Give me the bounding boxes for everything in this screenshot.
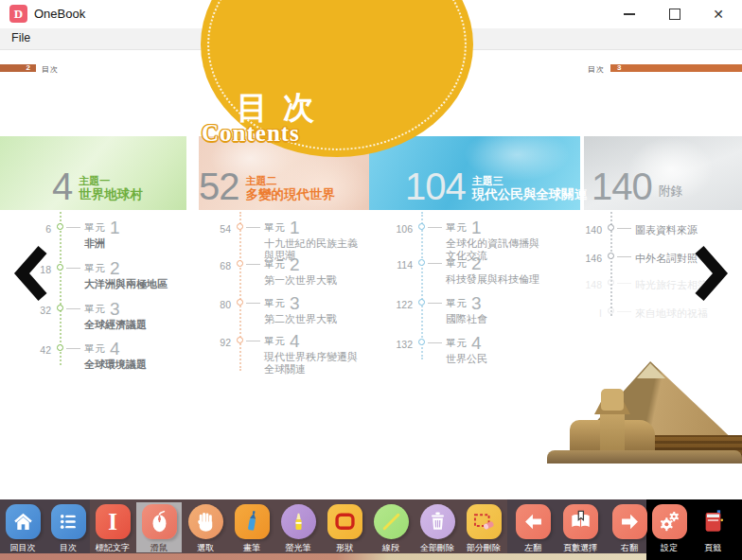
highlighter-icon (281, 504, 316, 539)
bookmark-book-icon (696, 504, 731, 539)
toolbar-button-select[interactable]: 選取 (183, 504, 228, 554)
bullet-icon (237, 337, 243, 343)
toolbar-button-highlighter[interactable]: 螢光筆 (275, 504, 321, 554)
bullet-icon (608, 307, 614, 314)
minimize-icon (624, 13, 635, 15)
toolbar-button-toc[interactable]: 目次 (45, 504, 91, 554)
menu-file[interactable]: File (8, 31, 34, 44)
page-number-bar-right: 3 (610, 64, 742, 72)
minimize-button[interactable] (613, 0, 645, 28)
toolbar-button-bookmarks[interactable]: 頁籤 (690, 504, 735, 554)
toc-item[interactable]: 146 中外名詞對照 (574, 250, 698, 266)
toc-item[interactable]: 18 單元2 大洋洲與兩極地區 (26, 261, 186, 290)
bullet-icon (57, 264, 63, 271)
window-title: OneBook (34, 7, 85, 21)
toolbar: 回目次 目次 I 標記文字 滑鼠 選取 (0, 499, 742, 560)
toolbar-button-pen[interactable]: 畫筆 (229, 504, 274, 554)
mouse-icon (142, 504, 177, 539)
app-logo-icon: D (9, 5, 27, 23)
toc-item[interactable]: 140 圖表資料來源 (574, 221, 698, 237)
pen-icon (235, 504, 270, 539)
bullet-icon (237, 223, 243, 230)
toolbar-button-page-right[interactable]: 右翻 (607, 504, 652, 554)
bullet-icon (418, 223, 425, 230)
hand-icon (188, 504, 223, 539)
chevron-left-icon (13, 246, 49, 301)
toc-column-header-theme3[interactable]: 104 主題三 現代公民與全球關連 (405, 171, 587, 202)
page-forward-arrow[interactable] (693, 246, 729, 301)
toolbar-button-page-left[interactable]: 左翻 (510, 504, 556, 554)
arrow-right-icon (612, 504, 647, 539)
chevron-right-icon (693, 246, 729, 301)
bullet-icon (57, 305, 63, 311)
toc-column-header-theme1[interactable]: 4 主題一 世界地球村 (52, 171, 143, 202)
list-icon (51, 504, 86, 539)
text-mark-icon: I (96, 504, 131, 539)
maximize-icon (669, 9, 680, 20)
toolbar-button-delete-partial[interactable]: 部分刪除 (461, 504, 506, 554)
toc-item[interactable]: 132 單元4 世界公民 (384, 336, 548, 365)
cover-title-en: Contents (202, 120, 300, 147)
bullet-icon (608, 253, 614, 259)
home-icon (6, 504, 41, 539)
bullet-icon (237, 260, 243, 267)
bullet-icon (608, 224, 614, 231)
page-header-label-right: 目次 (588, 64, 605, 75)
toc-item[interactable]: 54 單元1 十九世紀的民族主義與思潮 (206, 220, 366, 262)
toc-item[interactable]: 92 單元4 現代世界秩序變遷與全球關連 (206, 334, 366, 376)
bullet-icon (418, 259, 425, 266)
toolbar-button-page-select[interactable]: 頁數選擇 (557, 504, 603, 554)
maximize-button[interactable] (659, 0, 691, 28)
toc-item[interactable]: 114 單元2 科技發展與科技倫理 (384, 256, 548, 286)
trash-icon (420, 504, 455, 539)
toc-item[interactable]: 122 單元3 國際社會 (384, 296, 548, 325)
shape-icon (327, 504, 362, 539)
toc-column-header-theme2[interactable]: 52 主題二 多變的現代世界 (199, 171, 335, 202)
toolbar-button-settings[interactable]: 設定 (646, 504, 692, 554)
onebook-window: D OneBook ✕ File 2 目次 目次 3 目次 Contents 4… (0, 0, 742, 560)
toc-item[interactable]: 68 單元2 第一次世界大戰 (206, 257, 366, 287)
toolbar-button-text-mark[interactable]: I 標記文字 (90, 504, 135, 554)
bullet-icon (237, 299, 243, 306)
bullet-icon (57, 344, 63, 351)
page-header-label-left: 目次 (42, 64, 59, 75)
toc-item[interactable]: 6 單元1 非洲 (26, 220, 186, 250)
partial-erase-icon (467, 504, 502, 539)
toc-item[interactable]: 32 單元3 全球經濟議題 (26, 302, 186, 331)
close-icon: ✕ (713, 8, 724, 21)
gear-icon (652, 504, 687, 539)
bullet-icon (57, 223, 63, 230)
page-bottom-strip (0, 553, 647, 560)
bullet-icon (418, 299, 425, 306)
sphinx-pyramid-photo (547, 363, 742, 464)
toc-column-header-appendix[interactable]: 140 附錄 (592, 171, 683, 202)
toolbar-button-line[interactable]: 線段 (368, 504, 414, 554)
toolbar-button-shape[interactable]: 形狀 (322, 504, 367, 554)
arrow-left-icon (516, 504, 551, 539)
page-back-arrow[interactable] (13, 246, 49, 301)
line-icon (374, 504, 409, 539)
toolbar-button-delete-all[interactable]: 全部刪除 (415, 504, 460, 554)
toc-item[interactable]: I 來自地球的祝福 (574, 305, 708, 321)
toc-item[interactable]: 42 單元4 全球環境議題 (26, 341, 186, 371)
page-select-icon (563, 504, 598, 539)
page-number-bar-left: 2 (0, 64, 36, 72)
toc-item[interactable]: 148 時光旅行去相簿 (574, 276, 708, 292)
toolbar-button-mouse[interactable]: 滑鼠 (136, 504, 182, 554)
close-button[interactable]: ✕ (702, 0, 734, 28)
toolbar-button-home[interactable]: 回目次 (0, 504, 45, 554)
toc-item[interactable]: 80 單元3 第二次世界大戰 (206, 296, 366, 325)
bullet-icon (608, 279, 614, 286)
bullet-icon (418, 339, 425, 345)
